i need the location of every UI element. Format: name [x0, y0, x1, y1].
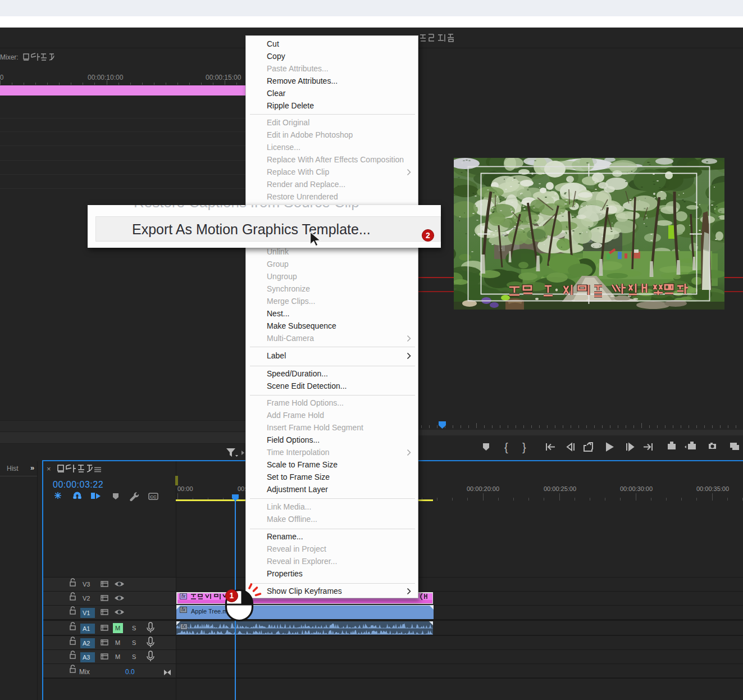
svg-text:V1: V1: [83, 610, 90, 616]
svg-text:M: M: [115, 639, 120, 646]
svg-text:CC: CC: [150, 494, 157, 499]
svg-text:0.0: 0.0: [125, 668, 135, 676]
svg-text:M: M: [115, 625, 120, 631]
svg-text:S: S: [132, 653, 136, 660]
svg-text:A1: A1: [83, 625, 90, 632]
svg-text:V3: V3: [83, 581, 90, 588]
svg-text:}: }: [522, 441, 526, 453]
svg-text:Mix: Mix: [79, 668, 90, 676]
svg-text:V2: V2: [83, 595, 90, 602]
svg-text:{: {: [504, 441, 508, 453]
svg-text:S: S: [132, 639, 136, 646]
svg-text:M: M: [115, 653, 120, 660]
svg-text:S: S: [132, 625, 136, 631]
svg-text:A2: A2: [83, 640, 90, 647]
svg-text:A3: A3: [83, 654, 90, 661]
